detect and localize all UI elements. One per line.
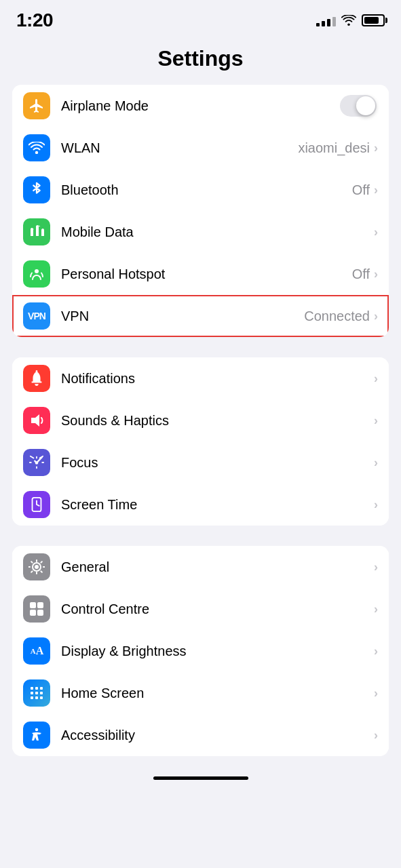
- screen-time-item[interactable]: Screen Time ›: [12, 484, 389, 526]
- sounds-haptics-icon: [23, 407, 50, 434]
- wlan-chevron: ›: [374, 141, 378, 155]
- svg-rect-18: [35, 696, 38, 699]
- wlan-icon: [23, 134, 50, 161]
- personal-hotspot-chevron: ›: [374, 267, 378, 281]
- airplane-mode-icon: [23, 92, 50, 119]
- control-centre-label: Control Centre: [61, 601, 374, 617]
- status-icons: [316, 14, 385, 26]
- accessibility-chevron: ›: [374, 728, 378, 743]
- svg-rect-17: [31, 696, 33, 699]
- vpn-icon: VPN: [23, 302, 50, 330]
- wlan-value: xiaomi_desi: [298, 140, 370, 156]
- notifications-label: Notifications: [61, 371, 374, 387]
- accessibility-icon: [23, 722, 50, 749]
- airplane-mode-label: Airplane Mode: [61, 98, 340, 114]
- accessibility-label: Accessibility: [61, 728, 374, 743]
- sounds-haptics-item[interactable]: Sounds & Haptics ›: [12, 399, 389, 441]
- display-brightness-label: Display & Brightness: [61, 644, 374, 659]
- vpn-item[interactable]: VPN VPN Connected ›: [12, 295, 389, 337]
- notifications-group: Notifications › Sounds & Haptics ›: [12, 357, 389, 526]
- battery-icon: [362, 14, 385, 26]
- general-label: General: [61, 559, 374, 575]
- control-centre-chevron: ›: [374, 602, 378, 616]
- svg-point-1: [35, 269, 39, 273]
- control-centre-item[interactable]: Control Centre ›: [12, 588, 389, 630]
- screen-time-label: Screen Time: [61, 497, 374, 513]
- bluetooth-icon: [23, 176, 50, 203]
- vpn-label: VPN: [61, 309, 304, 324]
- svg-rect-9: [30, 610, 36, 616]
- display-brightness-icon: AA: [23, 637, 50, 665]
- vpn-chevron: ›: [374, 309, 378, 323]
- page-title: Settings: [0, 37, 401, 85]
- airplane-mode-item[interactable]: Airplane Mode: [12, 85, 389, 127]
- control-centre-icon: [23, 595, 50, 623]
- svg-rect-15: [35, 692, 38, 694]
- svg-point-6: [35, 565, 39, 569]
- notifications-chevron: ›: [374, 372, 378, 386]
- connectivity-group: Airplane Mode WLAN xiaomi_desi › Bluetoo…: [12, 85, 389, 337]
- personal-hotspot-value: Off: [352, 267, 370, 282]
- mobile-data-chevron: ›: [374, 225, 378, 239]
- personal-hotspot-label: Personal Hotspot: [61, 267, 352, 282]
- notifications-icon: [23, 365, 50, 392]
- personal-hotspot-icon: [23, 260, 50, 288]
- sounds-haptics-chevron: ›: [374, 414, 378, 428]
- screen-time-icon: [23, 491, 50, 518]
- wlan-item[interactable]: WLAN xiaomi_desi ›: [12, 127, 389, 169]
- svg-rect-11: [31, 687, 33, 690]
- svg-rect-13: [40, 687, 43, 690]
- display-brightness-item[interactable]: AA Display & Brightness ›: [12, 630, 389, 672]
- general-item[interactable]: General ›: [12, 546, 389, 588]
- display-brightness-chevron: ›: [374, 644, 378, 658]
- focus-item[interactable]: Focus ›: [12, 441, 389, 484]
- svg-rect-19: [40, 696, 43, 699]
- svg-point-4: [35, 461, 39, 465]
- mobile-data-label: Mobile Data: [61, 224, 374, 240]
- svg-point-2: [36, 370, 38, 372]
- svg-point-0: [35, 151, 38, 154]
- svg-rect-10: [37, 610, 43, 616]
- svg-rect-8: [37, 602, 43, 608]
- home-screen-label: Home Screen: [61, 686, 374, 701]
- svg-rect-14: [31, 692, 33, 694]
- home-indicator: [153, 776, 248, 780]
- wifi-icon: [341, 15, 356, 26]
- sounds-haptics-label: Sounds & Haptics: [61, 413, 374, 429]
- personal-hotspot-item[interactable]: Personal Hotspot Off ›: [12, 253, 389, 295]
- focus-chevron: ›: [374, 456, 378, 470]
- svg-rect-12: [35, 687, 38, 690]
- home-screen-icon: [23, 679, 50, 707]
- notifications-item[interactable]: Notifications ›: [12, 357, 389, 399]
- svg-point-20: [35, 728, 38, 731]
- home-screen-chevron: ›: [374, 686, 378, 701]
- bluetooth-chevron: ›: [374, 183, 378, 197]
- focus-icon: [23, 449, 50, 476]
- mobile-data-item[interactable]: Mobile Data ›: [12, 211, 389, 253]
- wlan-label: WLAN: [61, 140, 298, 156]
- svg-rect-7: [30, 602, 36, 608]
- bluetooth-item[interactable]: Bluetooth Off ›: [12, 169, 389, 211]
- general-icon: [23, 553, 50, 580]
- bluetooth-value: Off: [352, 182, 370, 198]
- vpn-value: Connected: [304, 309, 370, 324]
- airplane-mode-toggle[interactable]: [340, 95, 377, 117]
- signal-icon: [316, 14, 336, 26]
- svg-marker-3: [31, 414, 39, 427]
- home-screen-item[interactable]: Home Screen ›: [12, 672, 389, 714]
- bluetooth-label: Bluetooth: [61, 182, 352, 198]
- mobile-data-icon: [23, 218, 50, 245]
- accessibility-item[interactable]: Accessibility ›: [12, 714, 389, 756]
- focus-label: Focus: [61, 455, 374, 471]
- status-bar: 1:20: [0, 0, 401, 37]
- svg-rect-16: [40, 692, 43, 694]
- general-chevron: ›: [374, 560, 378, 574]
- screen-time-chevron: ›: [374, 498, 378, 512]
- general-settings-group: General › Control Centre › AA Display & …: [12, 546, 389, 756]
- status-time: 1:20: [16, 9, 53, 31]
